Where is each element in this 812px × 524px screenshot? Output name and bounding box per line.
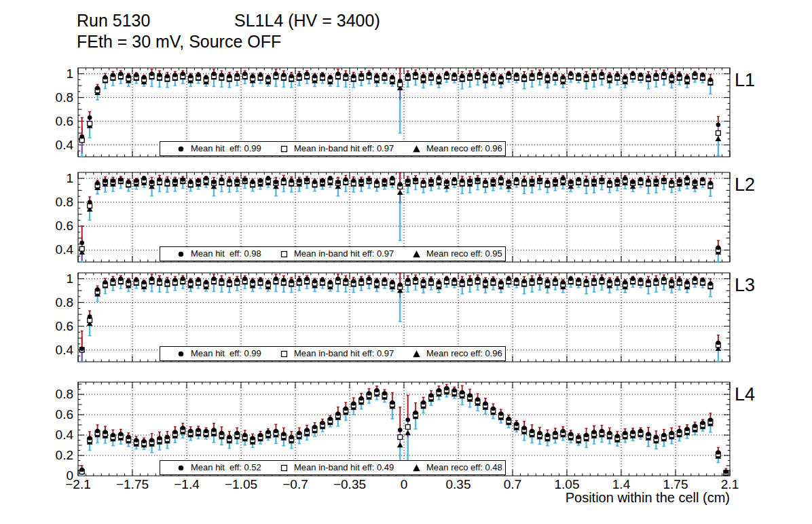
y-tick-label: 1	[41, 66, 73, 82]
y-tick-label: 0.8	[41, 295, 73, 311]
x-tick-label: 0.7	[482, 477, 543, 492]
x-tick-label: −1.05	[210, 477, 272, 492]
y-tick-label: 0.2	[41, 447, 73, 464]
filled-circle-icon	[176, 349, 186, 359]
y-tick-label: 0.8	[41, 386, 73, 403]
open-square-icon	[279, 349, 289, 359]
y-tick-label: 0.4	[41, 342, 73, 358]
legend-label: Mean in-band hit eff: 0.97	[294, 347, 394, 360]
x-tick-label: 2.1	[699, 477, 760, 492]
legend-L4: Mean hit eff: 0.52Mean in-band hit eff: …	[160, 460, 506, 475]
x-tick-label: −2.1	[48, 477, 109, 492]
legend-L2: Mean hit eff: 0.98Mean in-band hit eff: …	[160, 246, 506, 261]
y-tick-label: 0.8	[41, 194, 73, 210]
open-square-icon	[279, 249, 289, 259]
y-tick-label: 0.6	[41, 318, 73, 335]
root-canvas: Run 5130 SL1L4 (HV = 3400) FEth = 30 mV,…	[0, 0, 812, 524]
y-tick-label: 1	[41, 271, 73, 287]
filled-circle-icon	[176, 144, 186, 154]
filled-circle-icon	[176, 463, 186, 473]
legend-label: Mean in-band hit eff: 0.49	[294, 461, 394, 474]
open-square-icon	[279, 144, 289, 154]
legend-label: Mean hit eff: 0.99	[191, 142, 261, 155]
legend-label: Mean in-band hit eff: 0.97	[294, 247, 394, 261]
legend-label: Mean reco eff: 0.96	[426, 347, 502, 360]
x-tick-label: 1.75	[645, 477, 706, 492]
y-tick-label: 0.6	[41, 113, 73, 130]
x-tick-label: −1.75	[102, 477, 163, 492]
filled-circle-icon	[176, 249, 186, 259]
x-tick-label: −0.35	[319, 477, 380, 492]
legend-label: Mean in-band hit eff: 0.97	[294, 142, 394, 155]
x-tick-label: −1.4	[156, 477, 217, 492]
y-tick-label: 0.4	[41, 242, 73, 258]
efficiency-plot-canvas	[0, 0, 812, 524]
panel-label-L4: L4	[735, 384, 755, 405]
filled-triangle-icon	[411, 144, 422, 154]
legend-label: Mean hit eff: 0.98	[191, 247, 261, 261]
filled-triangle-icon	[411, 463, 422, 473]
y-tick-label: 0.6	[41, 407, 73, 423]
legend-label: Mean hit eff: 0.52	[191, 461, 261, 474]
y-tick-label: 0.4	[41, 137, 73, 153]
x-tick-label: 0	[373, 477, 435, 492]
legend-label: Mean reco eff: 0.95	[426, 247, 502, 261]
open-square-icon	[279, 463, 289, 473]
y-tick-label: 1	[41, 170, 73, 187]
panel-label-L2: L2	[735, 174, 755, 195]
y-tick-label: 0.8	[41, 90, 73, 106]
legend-label: Mean reco eff: 0.48	[426, 461, 502, 474]
x-tick-label: 1.4	[591, 477, 652, 492]
legend-label: Mean hit eff: 0.99	[191, 347, 261, 360]
legend-L1: Mean hit eff: 0.99Mean in-band hit eff: …	[160, 141, 506, 156]
legend-L3: Mean hit eff: 0.99Mean in-band hit eff: …	[160, 346, 506, 361]
x-tick-label: 0.35	[428, 477, 489, 492]
x-tick-label: −0.7	[265, 477, 326, 492]
y-tick-label: 0.6	[41, 218, 73, 234]
panel-label-L3: L3	[735, 275, 755, 295]
y-tick-label: 0.4	[41, 427, 73, 443]
panel-label-L1: L1	[735, 70, 755, 90]
filled-triangle-icon	[411, 249, 422, 259]
x-tick-label: 1.05	[536, 477, 597, 492]
legend-label: Mean reco eff: 0.96	[426, 142, 502, 155]
filled-triangle-icon	[411, 349, 422, 359]
